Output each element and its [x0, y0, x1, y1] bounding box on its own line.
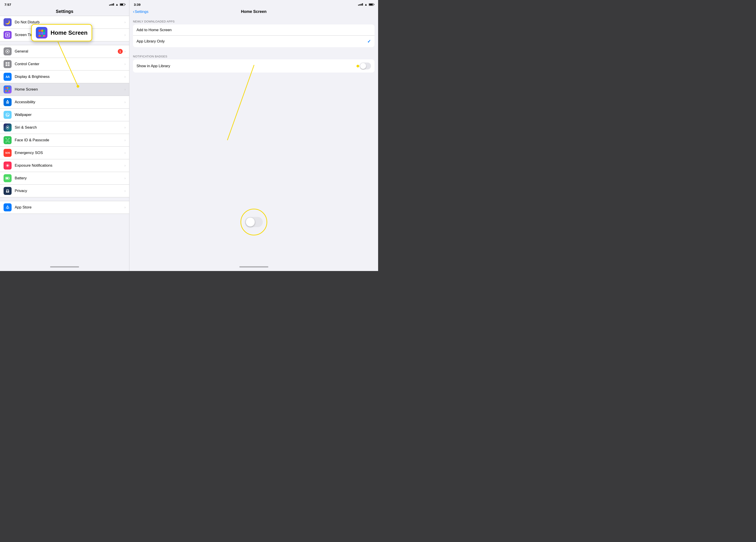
exposure-label: Exposure Notifications	[15, 163, 124, 168]
face-id-right: ›	[124, 138, 126, 142]
svg-point-37	[6, 165, 9, 167]
svg-rect-23	[5, 90, 7, 92]
svg-point-28	[6, 114, 7, 115]
svg-rect-3	[39, 32, 41, 35]
battery-icon	[4, 174, 12, 182]
chevron-icon: ›	[124, 113, 126, 117]
svg-point-30	[7, 127, 8, 128]
control-center-right: ›	[124, 62, 126, 66]
settings-group-2: General 1 › Control Center ›	[0, 45, 129, 197]
display-label: Display & Brightness	[15, 75, 124, 79]
back-chevron-icon: ‹	[133, 9, 134, 14]
face-id-icon	[4, 136, 12, 144]
svg-rect-10	[7, 34, 8, 36]
svg-rect-13	[6, 62, 7, 64]
chevron-icon: ›	[124, 75, 126, 79]
back-label: Settings	[135, 10, 148, 14]
right-wifi-icon: ▲	[364, 3, 367, 6]
option-add-home-screen[interactable]: Add to Home Screen	[133, 24, 375, 36]
settings-item-control-center[interactable]: Control Center ›	[0, 58, 129, 71]
app-store-label: App Store	[15, 205, 124, 210]
notification-badges-group: Show in App Library	[133, 59, 375, 73]
app-library-only-checkmark: ✓	[367, 39, 371, 44]
signal-icon	[109, 3, 114, 6]
svg-point-35	[7, 140, 7, 140]
svg-rect-41	[9, 178, 10, 179]
toggle-thumb	[360, 63, 366, 69]
siri-icon	[4, 124, 12, 132]
siri-label: Siri & Search	[15, 125, 124, 130]
do-not-disturb-right: ›	[124, 20, 126, 24]
right-page-title: Home Screen	[241, 9, 267, 14]
chevron-icon: ›	[124, 176, 126, 180]
settings-item-home-screen[interactable]: Home Screen ›	[0, 83, 129, 96]
toggle-zoom-circle	[240, 209, 267, 236]
left-status-icons: ▲	[109, 3, 125, 6]
general-badge: 1	[118, 49, 123, 54]
settings-item-display[interactable]: AA Display & Brightness ›	[0, 71, 129, 83]
chevron-icon: ›	[124, 87, 126, 92]
settings-group-3: App Store ›	[0, 201, 129, 214]
toggle-yellow-dot	[357, 65, 359, 67]
battery-label: Battery	[15, 176, 124, 181]
general-right: 1 ›	[118, 49, 126, 54]
right-signal-icon	[358, 3, 363, 6]
battery-status-icon	[120, 3, 125, 6]
wallpaper-icon	[4, 111, 12, 119]
screen-time-icon	[4, 31, 12, 39]
home-screen-callout: Home Screen	[31, 24, 92, 41]
home-screen-icon	[4, 85, 12, 94]
wallpaper-label: Wallpaper	[15, 113, 124, 117]
emergency-sos-icon: SOS	[4, 149, 12, 157]
svg-rect-0	[39, 30, 41, 32]
right-bottom-bar	[129, 263, 378, 271]
svg-rect-33	[6, 142, 7, 142]
right-status-bar: 3:39 ▲	[129, 0, 378, 8]
privacy-right: ›	[124, 189, 126, 193]
face-id-label: Face ID & Passcode	[15, 138, 124, 142]
settings-item-siri[interactable]: Siri & Search ›	[0, 121, 129, 134]
mini-toggle-thumb	[246, 218, 255, 227]
chevron-icon: ›	[124, 189, 126, 193]
battery-right: ›	[124, 176, 126, 180]
settings-item-battery[interactable]: Battery ›	[0, 172, 129, 185]
option-app-library-only[interactable]: App Library Only ✓	[133, 36, 375, 47]
settings-item-general[interactable]: General 1 ›	[0, 45, 129, 58]
svg-point-26	[7, 100, 8, 101]
back-button[interactable]: ‹ Settings	[133, 9, 148, 14]
app-store-icon	[4, 203, 12, 212]
svg-rect-31	[6, 138, 7, 139]
mini-toggle-display	[245, 217, 263, 227]
chevron-icon: ›	[124, 126, 126, 130]
app-library-only-label: App Library Only	[137, 39, 367, 44]
show-app-library-toggle[interactable]	[360, 63, 371, 69]
right-panel: 3:39 ▲ ‹ Settings Home Screen NEWLY DOWN…	[129, 0, 378, 271]
left-bottom-bar	[0, 263, 129, 271]
svg-rect-25	[8, 90, 10, 92]
right-status-icons: ▲	[358, 3, 374, 6]
do-not-disturb-icon: 🌙	[4, 18, 12, 26]
settings-item-exposure[interactable]: Exposure Notifications ›	[0, 159, 129, 172]
settings-item-app-store[interactable]: App Store ›	[0, 201, 129, 214]
accessibility-icon	[4, 98, 12, 106]
chevron-icon: ›	[124, 20, 126, 24]
privacy-icon	[4, 187, 12, 195]
settings-item-accessibility[interactable]: Accessibility ›	[0, 96, 129, 109]
do-not-disturb-label: Do Not Disturb	[15, 20, 124, 24]
chevron-icon: ›	[124, 138, 126, 142]
svg-rect-20	[5, 89, 7, 90]
settings-item-wallpaper[interactable]: Wallpaper ›	[0, 109, 129, 121]
show-app-library-row: Show in App Library	[133, 59, 375, 73]
chevron-icon: ›	[124, 49, 126, 53]
right-time: 3:39	[134, 3, 141, 6]
svg-rect-32	[8, 138, 10, 139]
wifi-icon: ▲	[115, 3, 118, 6]
settings-list: 🌙 Do Not Disturb › Screen Time ›	[0, 16, 129, 263]
settings-item-privacy[interactable]: Privacy ›	[0, 185, 129, 197]
svg-point-43	[7, 191, 8, 192]
settings-item-face-id[interactable]: Face ID & Passcode ›	[0, 134, 129, 147]
home-screen-label: Home Screen	[15, 87, 124, 92]
display-icon: AA	[4, 73, 12, 81]
settings-item-emergency-sos[interactable]: SOS Emergency SOS ›	[0, 147, 129, 159]
svg-rect-22	[8, 89, 10, 90]
